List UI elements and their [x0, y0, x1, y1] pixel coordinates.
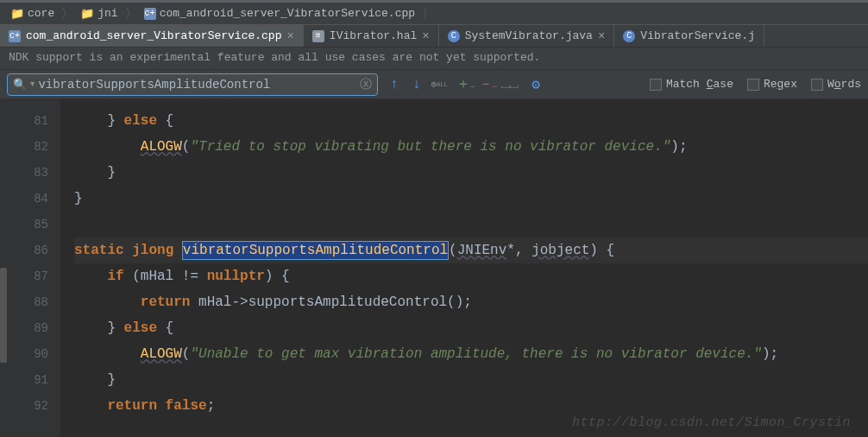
file-icon: ≡	[312, 30, 324, 42]
close-icon[interactable]: ×	[286, 29, 293, 43]
selection-icon[interactable]: ⎵⎵	[500, 75, 519, 94]
cpp-file-icon: c+	[9, 30, 21, 42]
tab-cpp-file[interactable]: c+ com_android_server_VibratorService.cp…	[0, 25, 304, 47]
tab-hal-file[interactable]: ≡ IVibrator.hal ×	[304, 25, 439, 47]
scrollbar[interactable]	[0, 268, 7, 363]
code-content[interactable]: } else { ALOGW("Tried to stop vibrating …	[60, 99, 868, 437]
clear-icon[interactable]: ⓧ	[360, 77, 372, 92]
chevron-right-icon: 〉	[422, 6, 434, 22]
dropdown-icon[interactable]: ▼	[30, 80, 35, 89]
search-icon[interactable]: 🔍	[13, 78, 27, 92]
breadcrumb-item[interactable]: 📁jni	[75, 7, 123, 21]
chevron-right-icon: 〉	[61, 6, 73, 22]
select-all-icon[interactable]: ⊕ALL	[430, 75, 449, 94]
editor-tabs: c+ com_android_server_VibratorService.cp…	[0, 25, 868, 48]
breadcrumb-item[interactable]: c+com_android_server_VibratorService.cpp	[139, 7, 420, 20]
line-gutter: 818283848586878889909192	[0, 99, 60, 437]
words-checkbox[interactable]: Words	[811, 78, 861, 91]
ndk-warning-banner: NDK support is an experimental feature a…	[0, 48, 868, 70]
prev-match-icon[interactable]: ↑	[385, 75, 404, 94]
code-editor[interactable]: 818283848586878889909192 } else { ALOGW(…	[0, 99, 868, 437]
match-case-checkbox[interactable]: Match Case	[650, 78, 733, 91]
folder-icon: 📁	[10, 7, 24, 21]
search-input[interactable]	[38, 78, 360, 92]
find-toolbar: 🔍 ▼ ⓧ ↑ ↓ ⊕ALL ＋⎵ －⎵ ⎵⎵ ⚙ Match Case Reg…	[0, 70, 868, 99]
breadcrumb: 📁core 〉 📁jni 〉 c+com_android_server_Vibr…	[0, 3, 868, 25]
regex-checkbox[interactable]: Regex	[747, 78, 797, 91]
watermark: http://blog.csdn.net/Simon_Crystin	[572, 415, 851, 430]
java-file-icon: C	[448, 30, 460, 42]
folder-icon: 📁	[80, 7, 94, 21]
close-icon[interactable]: ×	[422, 29, 429, 43]
java-file-icon: C	[623, 30, 635, 42]
add-selection-icon[interactable]: ＋⎵	[456, 75, 475, 94]
gear-icon[interactable]: ⚙	[526, 75, 545, 94]
chevron-right-icon: 〉	[125, 6, 137, 22]
tab-java-file[interactable]: C VibratorService.j	[614, 25, 764, 47]
close-icon[interactable]: ×	[598, 29, 605, 43]
search-input-container: 🔍 ▼ ⓧ	[7, 73, 378, 96]
next-match-icon[interactable]: ↓	[407, 75, 426, 94]
tab-java-file[interactable]: C SystemVibrator.java ×	[439, 25, 615, 47]
cpp-file-icon: c+	[144, 8, 156, 20]
breadcrumb-item[interactable]: 📁core	[5, 7, 60, 21]
remove-selection-icon[interactable]: －⎵	[478, 75, 497, 94]
